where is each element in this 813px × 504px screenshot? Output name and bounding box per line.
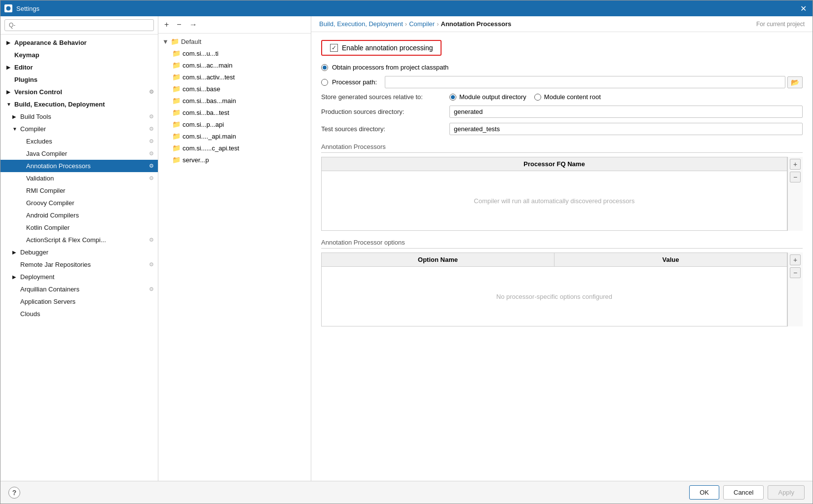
module-content-root-label: Module content root xyxy=(544,93,601,101)
sidebar-item-label: Arquillian Containers xyxy=(20,286,147,293)
sidebar-item-remote-jar[interactable]: Remote Jar Repositories ⚙ xyxy=(0,258,158,271)
window-title: Settings xyxy=(16,5,798,12)
sidebar-item-kotlin-compiler[interactable]: Kotlin Compiler xyxy=(0,221,158,234)
remove-option-button[interactable]: − xyxy=(790,267,801,278)
annotation-processors-table-header: Processor FQ Name xyxy=(322,157,787,171)
processor-path-input[interactable] xyxy=(385,76,785,88)
test-sources-row: Test sources directory: xyxy=(321,123,803,135)
help-button[interactable]: ? xyxy=(8,487,20,499)
enable-annotation-row: ✓ Enable annotation processing xyxy=(321,40,803,56)
ok-button[interactable]: OK xyxy=(689,485,719,500)
sidebar-item-keymap[interactable]: Keymap xyxy=(0,49,158,61)
browse-button[interactable]: 📂 xyxy=(787,76,803,88)
sidebar-item-validation[interactable]: Validation ⚙ xyxy=(0,172,158,184)
arrow-placeholder xyxy=(18,200,24,206)
sidebar-item-label: Build, Execution, Deployment xyxy=(14,101,154,108)
arrow-icon: ▼ xyxy=(12,126,18,132)
apply-button[interactable]: Apply xyxy=(768,485,805,500)
sidebar-item-clouds[interactable]: Clouds xyxy=(0,308,158,320)
sidebar-item-label: Keymap xyxy=(14,51,154,59)
module-content-root-radio[interactable] xyxy=(534,94,541,101)
arrow-placeholder xyxy=(18,176,24,181)
folder-icon: 📁 xyxy=(172,108,181,116)
sidebar-item-build-exec-deploy[interactable]: ▼ Build, Execution, Deployment xyxy=(0,98,158,110)
file-tree-item[interactable]: 📁 com.si......c_api.test xyxy=(158,142,311,154)
breadcrumb-current: Annotation Processors xyxy=(441,20,512,28)
window-body: ▶ Appearance & Behavior Keymap ▶ Editor xyxy=(0,16,813,504)
test-sources-input[interactable] xyxy=(449,123,803,135)
remove-processor-button[interactable]: − xyxy=(790,172,801,182)
add-button[interactable]: + xyxy=(162,19,171,30)
folder-icon: 📁 xyxy=(172,97,181,105)
module-content-root-option[interactable]: Module content root xyxy=(534,93,601,101)
production-sources-input[interactable] xyxy=(449,106,803,118)
sidebar-item-debugger[interactable]: ▶ Debugger xyxy=(0,246,158,258)
sidebar-item-actionscript[interactable]: ActionScript & Flex Compi... ⚙ xyxy=(0,234,158,246)
sidebar-item-arquillian[interactable]: Arquillian Containers ⚙ xyxy=(0,283,158,295)
search-input[interactable] xyxy=(4,19,154,31)
file-tree-item[interactable]: 📁 com.si...bas...main xyxy=(158,95,311,107)
sidebar-item-java-compiler[interactable]: Java Compiler ⚙ xyxy=(0,147,158,160)
annotation-processors-table: Processor FQ Name Compiler will run all … xyxy=(321,157,787,231)
enable-annotation-checkbox-wrapper[interactable]: ✓ Enable annotation processing xyxy=(321,40,442,56)
file-tree-item[interactable]: 📁 com.si...ac...main xyxy=(158,59,311,71)
sidebar-item-plugins[interactable]: Plugins xyxy=(0,73,158,86)
file-tree-item[interactable]: 📁 com.si...._api.main xyxy=(158,130,311,142)
annotation-processors-section-title: Annotation Processors xyxy=(321,143,803,153)
sidebar-item-excludes[interactable]: Excludes ⚙ xyxy=(0,135,158,147)
file-tree-item[interactable]: 📁 com.si...p...api xyxy=(158,118,311,130)
sidebar-item-label: Validation xyxy=(26,175,147,182)
sidebar-item-groovy-compiler[interactable]: Groovy Compiler xyxy=(0,197,158,209)
annotation-options-table-body: No processor-specific options configured xyxy=(322,267,787,326)
sidebar-item-appearance[interactable]: ▶ Appearance & Behavior xyxy=(0,36,158,49)
arrow-placeholder xyxy=(18,151,24,156)
breadcrumb-path: Build, Execution, Deployment › Compiler … xyxy=(319,20,512,28)
remove-button[interactable]: − xyxy=(175,19,183,30)
cancel-button[interactable]: Cancel xyxy=(723,485,764,500)
file-tree-item[interactable]: 📁 com.si...base xyxy=(158,83,311,95)
close-button[interactable]: ✕ xyxy=(798,4,809,13)
sidebar-item-deployment[interactable]: ▶ Deployment xyxy=(0,271,158,283)
sidebar-item-label: ActionScript & Flex Compi... xyxy=(26,236,147,244)
file-item-label: com.si...._api.main xyxy=(183,133,236,140)
add-option-button[interactable]: + xyxy=(790,254,801,265)
file-item-label: com.si...base xyxy=(183,85,221,93)
arrow-placeholder xyxy=(18,225,24,230)
file-tree-item[interactable]: 📁 server...p xyxy=(158,154,311,166)
annotation-options-section-title: Annotation Processor options xyxy=(321,239,803,249)
sidebar-item-annotation-processors[interactable]: Annotation Processors ⚙ xyxy=(0,160,158,172)
arrow-placeholder xyxy=(18,139,24,144)
store-generated-label: Store generated sources relative to: xyxy=(321,93,449,101)
sidebar-item-android-compilers[interactable]: Android Compilers xyxy=(0,209,158,221)
module-output-radio[interactable] xyxy=(449,94,456,101)
sidebar-item-version-control[interactable]: ▶ Version Control ⚙ xyxy=(0,86,158,98)
bottom-right: OK Cancel Apply xyxy=(689,485,805,500)
sidebar-item-label: Groovy Compiler xyxy=(26,199,154,207)
sidebar-item-editor[interactable]: ▶ Editor xyxy=(0,61,158,73)
breadcrumb-build[interactable]: Build, Execution, Deployment xyxy=(319,20,403,28)
obtain-classpath-radio[interactable] xyxy=(321,64,328,71)
file-item-label: com.si...activ...test xyxy=(183,73,235,81)
breadcrumb-compiler[interactable]: Compiler xyxy=(409,20,435,28)
file-tree-item[interactable]: 📁 com.si...u...ti xyxy=(158,47,311,59)
processor-path-radio[interactable] xyxy=(321,79,328,86)
config-icon: ⚙ xyxy=(149,126,154,132)
sidebar-item-label: Android Compilers xyxy=(26,212,154,219)
file-tree-root[interactable]: ▼ 📁 Default xyxy=(158,36,311,47)
sidebar-item-rmi-compiler[interactable]: RMI Compiler xyxy=(0,184,158,197)
folder-icon: 📁 xyxy=(172,132,181,140)
navigate-button[interactable]: → xyxy=(187,19,199,30)
sidebar-item-build-tools[interactable]: ▶ Build Tools ⚙ xyxy=(0,110,158,123)
sidebar-item-compiler[interactable]: ▼ Compiler ⚙ xyxy=(0,123,158,135)
annotation-processors-table-body: Compiler will run all automatically disc… xyxy=(322,171,787,230)
arrow-placeholder xyxy=(18,163,24,169)
sidebar-item-label: Debugger xyxy=(20,249,154,256)
file-item-label: com.si...p...api xyxy=(183,121,224,128)
sidebar-item-application-servers[interactable]: Application Servers xyxy=(0,295,158,308)
file-tree-item[interactable]: 📁 com.si...ba...test xyxy=(158,107,311,118)
settings-window: Settings ✕ ▶ Appearance & Behavior xyxy=(0,0,813,504)
module-output-option[interactable]: Module output directory xyxy=(449,93,526,101)
file-tree-item[interactable]: 📁 com.si...activ...test xyxy=(158,71,311,83)
add-processor-button[interactable]: + xyxy=(790,159,801,170)
compiler-placeholder-text: Compiler will run all automatically disc… xyxy=(464,187,645,215)
